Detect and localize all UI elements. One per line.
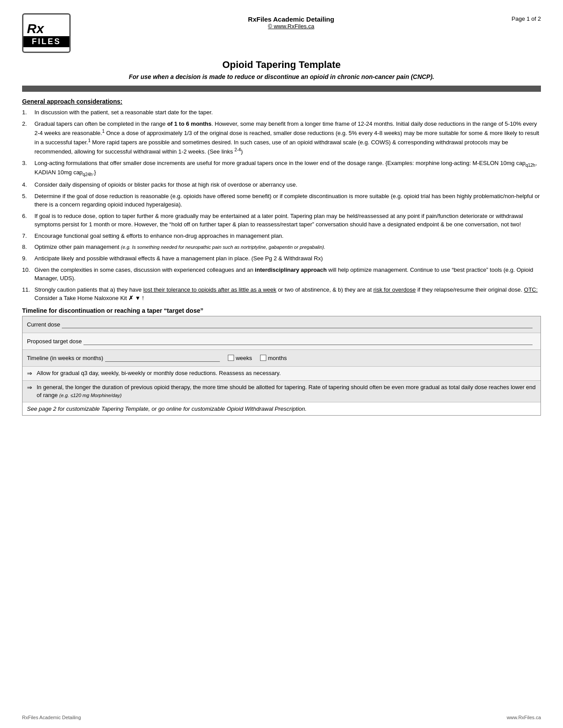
list-content: Strongly caution patients that a) they h… [34,286,541,303]
list-content: Long-acting formulations that offer smal… [34,159,541,178]
list-content: In discussion with the patient, set a re… [34,109,541,117]
arrow-row-2: ⇒ In general, the longer the duration of… [23,381,540,402]
see-page-note: See page 2 for customizable Tapering Tem… [23,402,540,415]
footer: RxFiles Academic Detailing www.RxFiles.c… [22,715,541,720]
list-content: Given the complexities in some cases, di… [34,266,541,283]
list-item: 10. Given the complexities in some cases… [22,266,541,283]
current-dose-line[interactable] [62,320,533,328]
list-num: 10. [22,266,34,274]
logo: Rx FILES [22,13,71,53]
list-item: 8. Optimize other pain management (e.g. … [22,243,541,251]
list-item: 9. Anticipate likely and possible withdr… [22,255,541,263]
list-content: If goal is to reduce dose, option to tap… [34,212,541,229]
current-dose-row: Current dose [23,316,540,333]
weeks-label: weeks [236,355,252,361]
list-num: 1. [22,109,34,117]
header: Rx FILES RxFiles Academic Detailing © ww… [22,13,541,53]
weeks-checkbox[interactable] [228,355,234,361]
months-label: months [268,355,287,361]
list-item: 7. Encourage functional goal setting & e… [22,232,541,240]
timeline-heading: Timeline for discontinuation or reaching… [22,307,541,314]
form-table: Current dose Proposed target dose Timeli… [22,316,541,416]
list-content: Anticipate likely and possible withdrawa… [34,255,541,263]
proposed-dose-line[interactable] [83,337,533,345]
website: © www.RxFiles.ca [71,23,512,30]
list-content: Determine if the goal of dose reduction … [34,192,541,209]
list-num: 2. [22,120,34,128]
proposed-dose-row: Proposed target dose [23,333,540,350]
current-dose-label: Current dose [27,321,60,328]
section-heading: General approach considerations: [22,98,541,105]
timeline-row: Timeline (in weeks or months) weeks mont… [23,350,540,367]
logo-files-text: FILES [23,36,69,47]
main-title: Opioid Tapering Template [22,59,541,71]
list-content: Encourage functional goal setting & effo… [34,232,541,240]
list-item: 11. Strongly caution patients that a) th… [22,286,541,303]
arrow-icon-1: ⇒ [27,369,35,378]
list-num: 7. [22,232,34,240]
list-num: 8. [22,243,34,251]
list-num: 4. [22,181,34,189]
list-item: 4. Consider daily dispensing of opioids … [22,181,541,189]
weeks-checkbox-item[interactable]: weeks [228,355,252,361]
list-item: 6. If goal is to reduce dose, option to … [22,212,541,229]
list-content: Optimize other pain management (e.g. Is … [34,243,541,251]
list-num: 9. [22,255,34,263]
list-num: 11. [22,286,34,294]
list-item: 5. Determine if the goal of dose reducti… [22,192,541,209]
list-num: 5. [22,192,34,201]
list-item: 2. Gradual tapers can often be completed… [22,120,541,156]
numbered-list: 1. In discussion with the patient, set a… [22,109,541,303]
org-name: RxFiles Academic Detailing [71,15,512,23]
list-item: 3. Long-acting formulations that offer s… [22,159,541,178]
footer-right: www.RxFiles.ca [506,715,541,720]
list-item: 1. In discussion with the patient, set a… [22,109,541,117]
checkbox-group: weeks months [228,355,287,361]
list-num: 3. [22,159,34,168]
arrow-icon-2: ⇒ [27,383,35,392]
arrow-text-1: Allow for gradual q3 day, weekly, bi-wee… [37,369,281,377]
dark-bar [22,86,541,92]
page: Rx FILES RxFiles Academic Detailing © ww… [0,0,563,728]
footer-left: RxFiles Academic Detailing [22,715,81,720]
timeline-label: Timeline (in weeks or months) [27,355,103,361]
list-num: 6. [22,212,34,221]
arrow-row-1: ⇒ Allow for gradual q3 day, weekly, bi-w… [23,367,540,381]
timeline-line[interactable] [105,354,220,362]
months-checkbox[interactable] [260,355,266,361]
page-info: Page 1 of 2 [512,13,541,22]
subtitle: For use when a decision is made to reduc… [22,73,541,80]
arrow-text-2: In general, the longer the duration of p… [37,383,536,399]
rx-symbol: Rx [27,21,44,36]
header-center: RxFiles Academic Detailing © www.RxFiles… [71,13,512,30]
months-checkbox-item[interactable]: months [260,355,287,361]
list-content: Consider daily dispensing of opioids or … [34,181,541,189]
proposed-dose-label: Proposed target dose [27,338,82,345]
list-content: Gradual tapers can often be completed in… [34,120,541,156]
